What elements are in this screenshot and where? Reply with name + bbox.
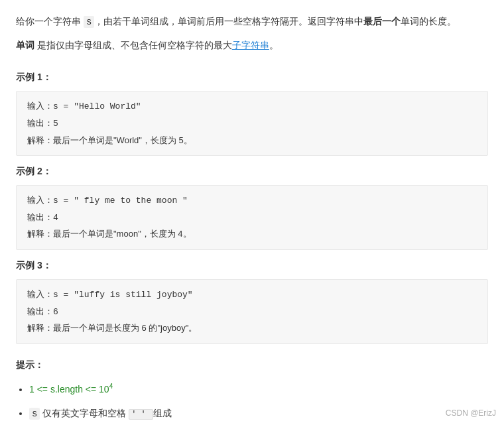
example-3-input-row: 输入：s = "luffy is still joyboy" xyxy=(27,286,477,304)
example-2-block: 输入：s = " fly me to the moon " 输出：4 解释：最后… xyxy=(16,185,488,250)
intro-s-var: s xyxy=(84,16,94,28)
csdn-watermark: CSDN @ErizJ xyxy=(446,406,496,420)
example-1-input-label: 输入： xyxy=(27,101,53,111)
example-2-output-val: 4 xyxy=(53,213,58,223)
example-2-explain-text: 最后一个单词是"moon"，长度为 4。 xyxy=(53,229,192,239)
intro-paragraph: 给你一个字符串 s，由若干单词组成，单词前后用一些空格字符隔开。返回字符串中最后… xyxy=(16,13,488,30)
tips-item-2-s: s xyxy=(29,408,40,420)
example-1-explain-label: 解释： xyxy=(27,135,53,145)
example-3-output-row: 输出：6 xyxy=(27,304,477,321)
tips-item-2-mid: 仅有英文字母和空格 xyxy=(40,408,129,418)
tips-item-1-text: 1 <= s.length <= 104 xyxy=(29,384,113,395)
example-1-output-val: 5 xyxy=(53,119,58,129)
tips-item-1: 1 <= s.length <= 104 xyxy=(29,381,488,398)
example-3-explain-row: 解释：最后一个单词是长度为 6 的"joyboy"。 xyxy=(27,320,477,337)
example-1-explain-row: 解释：最后一个单词是"World"，长度为 5。 xyxy=(27,133,477,149)
tips-section: 提示： 1 <= s.length <= 104 s 仅有英文字母和空格 ' '… xyxy=(16,357,488,425)
intro-text-3: 单词的长度。 xyxy=(401,16,456,27)
tips-list: 1 <= s.length <= 104 s 仅有英文字母和空格 ' ' 组成 … xyxy=(16,381,488,425)
intro-bold-1: 最后一个 xyxy=(363,16,401,27)
example-3-output-val: 6 xyxy=(53,307,58,317)
example-2-explain-row: 解释：最后一个单词是"moon"，长度为 4。 xyxy=(27,226,477,243)
example-1-explain-text: 最后一个单词是"World"，长度为 5。 xyxy=(53,135,192,145)
example-1-output-row: 输出：5 xyxy=(27,115,477,133)
tips-item-2-post: 组成 xyxy=(153,408,172,418)
example-1-input-val: s = "Hello World" xyxy=(53,101,141,111)
examples-container: 示例 1： 输入：s = "Hello World" 输出：5 解释：最后一个单… xyxy=(16,70,488,344)
example-2-title: 示例 2： xyxy=(16,164,488,180)
example-2-output-row: 输出：4 xyxy=(27,210,477,227)
example-1-input-row: 输入：s = "Hello World" xyxy=(27,98,477,115)
example-3-input-label: 输入： xyxy=(27,289,53,299)
example-1-block: 输入：s = "Hello World" 输出：5 解释：最后一个单词是"Wor… xyxy=(16,91,488,156)
intro-text-2: ，由若干单词组成，单词前后用一些空格字符隔开。返回字符串中 xyxy=(94,16,363,27)
example-3-input-val: s = "luffy is still joyboy" xyxy=(53,290,193,300)
definition-pre: 单词 xyxy=(16,40,34,50)
example-3-block: 输入：s = "luffy is still joyboy" 输出：6 解释：最… xyxy=(16,279,488,344)
example-3-title: 示例 3： xyxy=(16,258,488,274)
example-3-output-label: 输出： xyxy=(27,306,53,316)
tips-title: 提示： xyxy=(16,357,488,373)
definition-link[interactable]: 子字符串 xyxy=(232,40,269,50)
example-3-explain-text: 最后一个单词是长度为 6 的"joyboy"。 xyxy=(53,323,197,333)
example-2-explain-label: 解释： xyxy=(27,229,53,239)
intro-text-1: 给你一个字符串 xyxy=(16,16,84,27)
example-3-explain-label: 解释： xyxy=(27,323,53,333)
example-1-title: 示例 1： xyxy=(16,70,488,86)
example-2-input-val: s = " fly me to the moon " xyxy=(53,196,188,206)
example-2-input-label: 输入： xyxy=(27,195,53,205)
definition-text-1: 是指仅由字母组成、不包含任何空格字符的最大 xyxy=(34,40,232,50)
example-2-input-row: 输入：s = " fly me to the moon " xyxy=(27,192,477,210)
example-1-output-label: 输出： xyxy=(27,118,53,128)
tips-item-1-pre: 1 <= s.length <= 10 xyxy=(29,384,109,395)
tips-item-1-sup: 4 xyxy=(109,383,113,391)
definition-text-2: 。 xyxy=(269,40,279,50)
example-2-output-label: 输出： xyxy=(27,212,53,222)
tips-item-2: s 仅有英文字母和空格 ' ' 组成 xyxy=(29,405,488,422)
definition-paragraph: 单词 是指仅由字母组成、不包含任何空格字符的最大子字符串。 xyxy=(16,37,488,54)
tips-item-2-space: ' ' xyxy=(129,409,153,420)
